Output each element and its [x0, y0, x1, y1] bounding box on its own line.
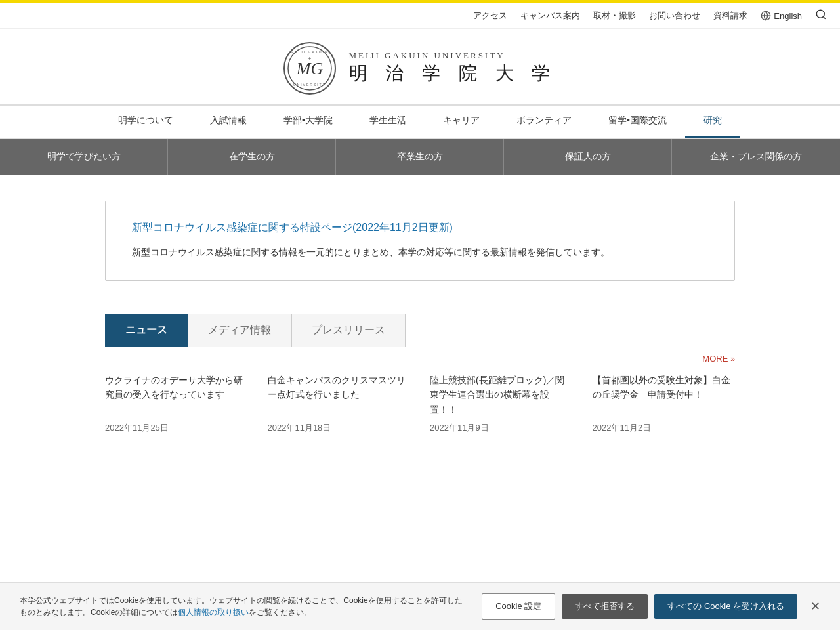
main-content: 新型コロナウイルス感染症に関する特設ページ(2022年11月2日更新) 新型コロ… — [92, 175, 748, 486]
news-date-1: 2022年11月18日 — [268, 422, 411, 434]
tab-press[interactable]: プレスリリース — [291, 314, 406, 346]
news-date-0: 2022年11月25日 — [105, 422, 248, 434]
covid-notice-box: 新型コロナウイルス感染症に関する特設ページ(2022年11月2日更新) 新型コロ… — [105, 201, 735, 281]
main-nav: 明学について 入試情報 学部•大学院 学生生活 キャリア ボランティア 留学•国… — [0, 104, 840, 139]
logo-circle-svg: MEIJI GAKUIN UNIVERSITY MG — [287, 45, 333, 91]
news-date-3: 2022年11月2日 — [593, 422, 736, 434]
logo-emblem: MEIJI GAKUIN UNIVERSITY MG — [284, 42, 336, 94]
main-nav-faculty[interactable]: 学部•大学院 — [265, 106, 351, 138]
news-date-2: 2022年11月9日 — [430, 422, 573, 434]
news-tabs: ニュース メディア情報 プレスリリース — [105, 314, 406, 346]
news-title-3: 【首都圏以外の受験生対象】白金の丘奨学金 申請受付中！ — [593, 373, 736, 402]
news-item-0: ウクライナのオデーサ大学から研究員の受入を行なっています 2022年11月25日 — [105, 373, 248, 434]
top-bar: アクセス キャンパス案内 取材・撮影 お問い合わせ 資料請求 English — [0, 3, 840, 29]
header: MEIJI GAKUIN UNIVERSITY MG Meiji Gakuin … — [0, 29, 840, 104]
main-nav-study-abroad[interactable]: 留学•国際交流 — [590, 106, 685, 138]
svg-text:MG: MG — [295, 59, 323, 78]
svg-line-3 — [823, 16, 825, 18]
main-nav-volunteer[interactable]: ボランティア — [498, 106, 590, 138]
search-button[interactable] — [815, 9, 827, 23]
sub-nav-corporate[interactable]: 企業・プレス関係の方 — [672, 139, 840, 175]
sub-nav: 明学で学びたい方 在学生の方 卒業生の方 保証人の方 企業・プレス関係の方 — [0, 139, 840, 175]
top-nav-campus[interactable]: キャンパス案内 — [520, 10, 580, 22]
logo-english-text: Meiji Gakuin University — [349, 51, 505, 61]
news-title-2: 陸上競技部(長距離ブロック)／関東学生連合選出の横断幕を設置！！ — [430, 373, 573, 417]
news-item-3: 【首都圏以外の受験生対象】白金の丘奨学金 申請受付中！ 2022年11月2日 — [593, 373, 736, 434]
main-nav-career[interactable]: キャリア — [425, 106, 498, 138]
covid-notice-link[interactable]: 新型コロナウイルス感染症に関する特設ページ(2022年11月2日更新) — [132, 221, 708, 235]
tab-media[interactable]: メディア情報 — [188, 314, 291, 346]
top-nav-access[interactable]: アクセス — [473, 10, 507, 22]
chevron-right-icon — [730, 354, 735, 364]
news-item-1: 白金キャンパスのクリスマスツリー点灯式を行いました 2022年11月18日 — [268, 373, 411, 434]
sub-nav-prospective[interactable]: 明学で学びたい方 — [0, 139, 168, 175]
logo-container: MEIJI GAKUIN UNIVERSITY MG Meiji Gakuin … — [284, 42, 557, 94]
globe-icon — [761, 10, 771, 21]
main-nav-student[interactable]: 学生生活 — [351, 106, 425, 138]
news-item-2: 陸上競技部(長距離ブロック)／関東学生連合選出の横断幕を設置！！ 2022年11… — [430, 373, 573, 434]
top-nav-contact[interactable]: お問い合わせ — [649, 10, 700, 22]
news-section: ニュース メディア情報 プレスリリース MORE ウクライナのオデーサ大学から研… — [105, 314, 735, 434]
svg-point-2 — [816, 10, 824, 18]
search-icon — [815, 9, 827, 20]
logo-text: Meiji Gakuin University 明 治 学 院 大 学 — [349, 51, 557, 86]
top-nav-media[interactable]: 取材・撮影 — [593, 10, 636, 22]
language-link[interactable]: English — [761, 10, 802, 21]
tab-news[interactable]: ニュース — [105, 314, 188, 346]
main-nav-about[interactable]: 明学について — [100, 106, 192, 138]
main-nav-admission[interactable]: 入試情報 — [192, 106, 265, 138]
news-header: ニュース メディア情報 プレスリリース MORE — [105, 314, 735, 366]
news-more-label: MORE — [702, 354, 728, 364]
svg-text:MEIJI GAKUIN: MEIJI GAKUIN — [291, 50, 328, 54]
sub-nav-current[interactable]: 在学生の方 — [168, 139, 336, 175]
news-more-link[interactable]: MORE — [702, 354, 735, 366]
sub-nav-guarantor[interactable]: 保証人の方 — [504, 139, 672, 175]
language-label: English — [774, 11, 802, 21]
top-nav-request[interactable]: 資料請求 — [713, 10, 747, 22]
news-title-1: 白金キャンパスのクリスマスツリー点灯式を行いました — [268, 373, 411, 402]
news-grid: ウクライナのオデーサ大学から研究員の受入を行なっています 2022年11月25日… — [105, 366, 735, 434]
svg-text:UNIVERSITY: UNIVERSITY — [293, 83, 326, 87]
logo-japanese-text: 明 治 学 院 大 学 — [349, 61, 557, 86]
covid-notice-body: 新型コロナウイルス感染症に関する情報を一元的にとりまとめ、本学の対応等に関する最… — [132, 245, 708, 261]
main-nav-research[interactable]: 研究 — [685, 106, 740, 138]
sub-nav-alumni[interactable]: 卒業生の方 — [336, 139, 504, 175]
news-title-0: ウクライナのオデーサ大学から研究員の受入を行なっています — [105, 373, 248, 402]
